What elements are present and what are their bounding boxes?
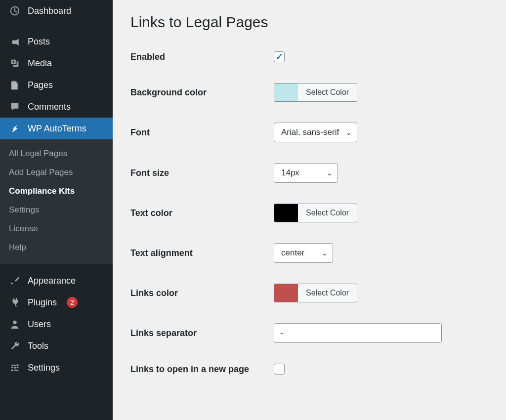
chevron-down-icon: ⌄ — [346, 128, 352, 136]
text-align-select[interactable]: center ⌄ — [274, 243, 333, 263]
new-page-checkbox[interactable] — [274, 364, 285, 375]
submenu-all-legal-pages[interactable]: All Legal Pages — [9, 144, 113, 163]
media-icon — [9, 57, 21, 69]
brush-icon — [9, 275, 21, 287]
row-background-color: Background color Select Color — [130, 83, 488, 102]
submenu-add-legal-pages[interactable]: Add Legal Pages — [9, 163, 113, 182]
admin-sidebar: Dashboard Posts Media Pages Comments WP … — [0, 0, 113, 420]
links-color-swatch — [274, 284, 298, 302]
chevron-down-icon: ⌄ — [327, 169, 333, 177]
checkmark-icon: ✓ — [276, 52, 283, 61]
submenu-license[interactable]: License — [9, 219, 113, 238]
sidebar-label: Posts — [28, 37, 50, 47]
plug-icon — [9, 296, 21, 308]
wrench-icon — [9, 340, 21, 352]
bg-color-swatch — [274, 84, 298, 101]
links-color-picker[interactable]: Select Color — [274, 284, 357, 302]
sidebar-label: Media — [28, 58, 52, 69]
sidebar-item-settings[interactable]: Settings — [0, 357, 113, 378]
font-size-select[interactable]: 14px ⌄ — [274, 163, 338, 183]
main-content: Links to Legal Pages Enabled ✓ Backgroun… — [113, 0, 506, 420]
row-links-color: Links color Select Color — [130, 284, 488, 302]
label-font: Font — [130, 127, 274, 138]
sidebar-item-comments[interactable]: Comments — [0, 96, 113, 118]
font-size-select-value: 14px — [281, 168, 299, 178]
text-color-swatch — [274, 204, 298, 222]
label-background-color: Background color — [130, 87, 274, 98]
label-enabled: Enabled — [130, 52, 274, 62]
sidebar-item-wp-autoterms[interactable]: WP AutoTerms — [0, 118, 113, 139]
label-links-color: Links color — [130, 288, 274, 298]
submenu-compliance-kits[interactable]: Compliance Kits — [9, 182, 113, 201]
row-font-size: Font size 14px ⌄ — [130, 163, 488, 183]
links-color-button[interactable]: Select Color — [298, 284, 357, 302]
row-links-separator: Links separator — [130, 323, 488, 343]
sidebar-item-appearance[interactable]: Appearance — [0, 270, 113, 292]
font-select[interactable]: Arial, sans-serif ⌄ — [274, 123, 357, 142]
bg-color-picker[interactable]: Select Color — [274, 83, 357, 102]
sliders-icon — [9, 362, 21, 374]
text-color-picker[interactable]: Select Color — [274, 204, 357, 222]
pages-icon — [9, 79, 21, 91]
enabled-checkbox[interactable]: ✓ — [274, 51, 285, 62]
row-enabled: Enabled ✓ — [130, 51, 488, 62]
page-title: Links to Legal Pages — [130, 14, 488, 31]
dashboard-icon — [9, 5, 21, 17]
sidebar-label: Pages — [28, 80, 53, 90]
sidebar-label: Settings — [28, 363, 60, 373]
sidebar-label: WP AutoTerms — [28, 124, 86, 134]
sidebar-item-pages[interactable]: Pages — [0, 74, 113, 96]
sidebar-label: Tools — [28, 341, 48, 351]
sidebar-label: Plugins — [28, 297, 57, 308]
submenu-settings[interactable]: Settings — [9, 201, 113, 219]
row-font: Font Arial, sans-serif ⌄ — [130, 123, 488, 142]
label-links-new-page: Links to open in a new page — [130, 364, 274, 375]
label-font-size: Font size — [130, 168, 274, 178]
label-text-color: Text color — [130, 208, 274, 218]
sidebar-label: Dashboard — [28, 6, 71, 16]
sidebar-item-media[interactable]: Media — [0, 52, 113, 74]
submenu-help[interactable]: Help — [9, 238, 113, 257]
chevron-down-icon: ⌄ — [322, 249, 328, 257]
user-icon — [9, 318, 21, 330]
plugins-update-badge: 2 — [67, 297, 78, 308]
sidebar-item-dashboard[interactable]: Dashboard — [0, 0, 113, 22]
sidebar-label: Users — [28, 319, 51, 330]
row-text-color: Text color Select Color — [130, 204, 488, 222]
comments-icon — [9, 101, 21, 113]
row-text-alignment: Text alignment center ⌄ — [130, 243, 488, 263]
text-align-select-value: center — [281, 248, 304, 258]
svg-point-1 — [13, 321, 16, 324]
label-text-alignment: Text alignment — [130, 248, 274, 258]
pin-icon — [9, 36, 21, 47]
shield-icon — [9, 123, 21, 134]
sidebar-item-posts[interactable]: Posts — [0, 31, 113, 52]
svg-point-0 — [12, 61, 14, 63]
links-separator-input[interactable] — [274, 323, 442, 343]
sidebar-submenu: All Legal Pages Add Legal Pages Complian… — [0, 139, 113, 264]
sidebar-label: Comments — [28, 102, 71, 112]
row-links-new-page: Links to open in a new page — [130, 364, 488, 375]
sidebar-label: Appearance — [28, 276, 76, 286]
label-links-separator: Links separator — [130, 328, 274, 338]
sidebar-item-tools[interactable]: Tools — [0, 335, 113, 357]
sidebar-item-plugins[interactable]: Plugins 2 — [0, 292, 113, 313]
bg-color-button[interactable]: Select Color — [298, 84, 357, 101]
text-color-button[interactable]: Select Color — [298, 204, 357, 222]
sidebar-item-users[interactable]: Users — [0, 313, 113, 335]
font-select-value: Arial, sans-serif — [281, 127, 339, 137]
